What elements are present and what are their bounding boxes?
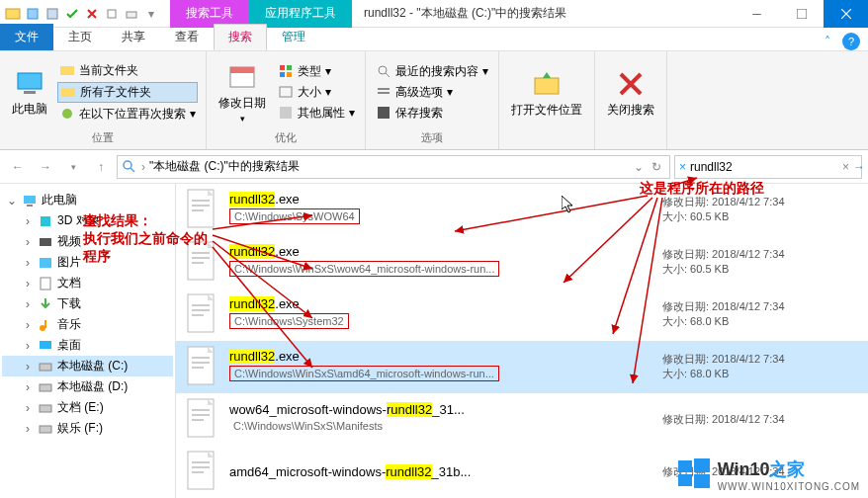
ribbon-modify-date-label: 修改日期 [218,95,266,112]
file-meta: 修改日期: 2018/4/12 7:34大小: 60.5 KB [662,195,860,224]
search-input[interactable] [690,160,838,174]
qat-btn-2[interactable] [43,5,61,23]
tree-disk-d[interactable]: ›本地磁盘 (D:) [2,376,173,397]
tree-disk-e[interactable]: ›文档 (E:) [2,397,173,418]
svg-rect-7 [24,91,36,94]
address-dropdown-icon[interactable]: ⌄ [634,160,644,174]
maximize-button[interactable] [779,0,824,28]
ribbon-advanced[interactable]: 高级选项 ▾ [374,83,490,102]
tree-3d-objects[interactable]: ›3D 对象 [2,210,173,231]
file-path: C:\Windows\SysWOW64 [229,208,360,224]
ribbon-other-props[interactable]: 其他属性 ▾ [276,104,357,123]
ribbon-all-subfolders[interactable]: 所有子文件夹 [57,82,198,103]
svg-line-20 [386,73,390,77]
tab-share[interactable]: 共享 [107,24,160,50]
address-box[interactable]: › "本地磁盘 (C:)"中的搜索结果 ⌄ ↻ [117,155,670,179]
result-row[interactable]: rundll32.exeC:\Windows\WinSxS\amd64_micr… [176,341,868,393]
result-row[interactable]: rundll32.exeC:\Windows\WinSxS\wow64_micr… [176,236,868,289]
ribbon-open-location[interactable]: 打开文件位置 [507,55,586,131]
svg-rect-38 [40,405,51,412]
svg-rect-35 [40,341,51,349]
ribbon-recent-search[interactable]: 最近的搜索内容 ▾ [374,62,490,81]
ribbon-current-folder[interactable]: 当前文件夹 [57,61,198,80]
svg-point-25 [124,161,131,169]
svg-rect-37 [40,384,51,391]
help-icon[interactable]: ? [842,33,860,50]
tab-file[interactable]: 文件 [0,24,53,50]
svg-rect-18 [280,107,292,119]
tree-music[interactable]: ›音乐 [2,314,173,335]
app-icon [4,5,22,23]
search-x-icon[interactable]: × [842,160,849,174]
tab-home[interactable]: 主页 [53,24,107,50]
nav-recent-dropdown[interactable]: ▾ [61,155,85,179]
tree-videos[interactable]: ›视频 [2,231,173,252]
nav-back-button[interactable]: ← [6,155,30,179]
address-bar: ← → ▾ ↑ › "本地磁盘 (C:)"中的搜索结果 ⌄ ↻ × × → [0,150,868,184]
svg-rect-45 [192,252,210,254]
svg-rect-61 [192,461,210,463]
ribbon-type[interactable]: 类型 ▾ [276,62,357,81]
result-row[interactable]: rundll32.exeC:\Windows\System32修改日期: 201… [176,289,868,341]
ribbon-save-search[interactable]: 保存搜索 [374,104,490,123]
ribbon-search-again[interactable]: 在以下位置再次搜索 ▾ [57,105,198,124]
ribbon-close-search-label: 关闭搜索 [607,102,654,119]
svg-rect-58 [192,414,210,416]
quick-access-toolbar: ▾ [0,5,164,23]
search-box[interactable]: × × → [674,155,862,179]
tree-this-pc[interactable]: ⌄此电脑 [2,190,173,210]
qat-dropdown-icon[interactable]: ▾ [142,5,160,23]
file-name: rundll32.exe [229,296,652,311]
file-icon [184,345,219,388]
qat-btn-1[interactable] [24,5,42,23]
cursor-icon [562,196,577,215]
ribbon-size[interactable]: 大小 ▾ [276,83,357,102]
svg-rect-31 [40,258,51,268]
svg-rect-41 [192,200,210,202]
svg-rect-23 [378,107,390,119]
result-row[interactable]: rundll32.exeC:\Windows\SysWOW64修改日期: 201… [176,184,868,236]
navigation-tree: ⌄此电脑 ›3D 对象 ›视频 ›图片 ›文档 ›下载 ›音乐 ›桌面 ›本地磁… [0,184,176,498]
tree-documents[interactable]: ›文档 [2,273,173,293]
windows-logo-icon [676,456,712,492]
refresh-icon[interactable]: ↻ [648,160,665,174]
result-row[interactable]: wow64_microsoft-windows-rundll32_31...C:… [176,393,868,446]
qat-btn-6[interactable] [123,5,140,23]
file-info: amd64_microsoft-windows-rundll32_31b... [229,464,652,479]
qat-checkmark-icon[interactable] [63,5,81,23]
svg-rect-39 [40,426,51,433]
ribbon-modify-date[interactable]: 修改日期▾ [215,55,270,128]
tree-disk-c[interactable]: ›本地磁盘 (C:) [2,356,173,376]
tree-disk-f[interactable]: ›娱乐 (F:) [2,418,173,439]
svg-rect-54 [192,362,210,364]
file-info: rundll32.exeC:\Windows\SysWOW64 [229,192,652,227]
minimize-button[interactable]: ─ [735,0,779,28]
tab-view[interactable]: 查看 [160,24,214,50]
ribbon-close-search[interactable]: 关闭搜索 [603,55,658,131]
ribbon: 此电脑 当前文件夹 所有子文件夹 在以下位置再次搜索 ▾ 位置 修改日期▾ 类型… [0,51,868,150]
svg-rect-47 [192,262,204,264]
tree-pictures[interactable]: ›图片 [2,252,173,273]
search-clear-icon[interactable]: × [679,160,686,174]
file-name: rundll32.exe [229,349,652,364]
qat-delete-icon[interactable] [83,5,101,23]
svg-rect-53 [192,357,210,359]
nav-up-button[interactable]: ↑ [89,155,113,179]
search-go-icon[interactable]: → [853,160,865,174]
close-button[interactable] [824,0,868,28]
svg-rect-28 [27,205,33,207]
nav-forward-button[interactable]: → [34,155,57,179]
tree-desktop[interactable]: ›桌面 [2,335,173,356]
ribbon-this-pc[interactable]: 此电脑 [8,55,51,128]
tab-manage[interactable]: 管理 [267,24,320,50]
tree-downloads[interactable]: ›下载 [2,293,173,314]
qat-btn-5[interactable] [103,5,121,23]
svg-rect-22 [378,92,390,94]
svg-rect-17 [280,87,292,97]
file-name: rundll32.exe [229,192,652,207]
svg-rect-8 [60,66,74,75]
svg-rect-9 [61,88,75,97]
file-info: wow64_microsoft-windows-rundll32_31...C:… [229,402,652,436]
tab-search[interactable]: 搜索 [214,24,267,50]
ribbon-collapse-icon[interactable]: ˄ [819,33,836,50]
